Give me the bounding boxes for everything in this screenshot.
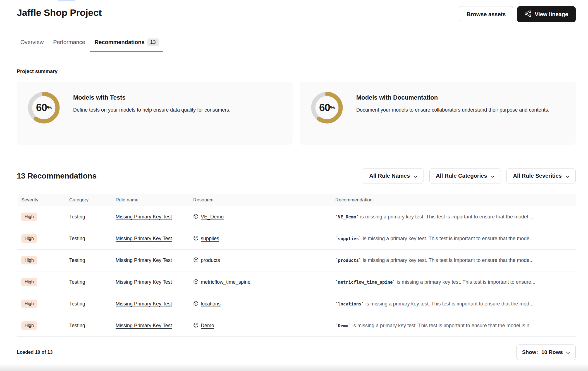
rule-name-cell: Missing Primary Key Test — [111, 323, 189, 329]
recommendation-code: `metricflow_time_spine` — [335, 280, 395, 285]
recommendation-cell: `metricflow_time_spine` is missing a pri… — [331, 279, 576, 285]
recommendations-header: 13 Recommendations All Rule Names All Ru… — [17, 168, 576, 184]
severity-cell: High — [17, 321, 65, 330]
resource-cell: metricflow_time_spine — [189, 279, 331, 285]
filters: All Rule Names All Rule Categories All R… — [363, 168, 576, 184]
recommendation-code: `locations` — [335, 302, 364, 307]
model-cube-icon — [193, 213, 199, 220]
recommendation-code: `products` — [335, 258, 361, 263]
tests-donut-value: 60% — [28, 92, 60, 124]
docs-card-title: Models with Documentation — [356, 94, 549, 101]
resource-link[interactable]: VE_Demo — [201, 214, 224, 220]
severity-cell: High — [17, 213, 65, 221]
filter-rule-severities-label: All Rule Severities — [513, 173, 562, 179]
severity-badge: High — [21, 300, 37, 308]
chevron-down-icon — [491, 173, 494, 179]
recommendation-text: is missing a primary key test. This test… — [361, 257, 534, 263]
filter-rule-categories[interactable]: All Rule Categories — [429, 168, 501, 184]
recommendation-code: `VE_Demo` — [335, 215, 359, 220]
resource-cell: Demo — [189, 322, 331, 329]
models-with-documentation-card: 60% Models with Documentation Document y… — [300, 82, 576, 145]
rule-name-link[interactable]: Missing Primary Key Test — [116, 257, 172, 263]
recommendation-text: is missing a primary key test. This test… — [364, 301, 534, 307]
rule-name-link[interactable]: Missing Primary Key Test — [116, 279, 172, 285]
severity-cell: High — [17, 256, 65, 264]
rule-name-cell: Missing Primary Key Test — [111, 279, 189, 285]
recommendation-cell: `products` is missing a primary key test… — [331, 257, 576, 263]
severity-badge: High — [21, 278, 37, 286]
recommendation-code: `Demo` — [335, 323, 351, 328]
filter-rule-severities[interactable]: All Rule Severities — [506, 168, 576, 184]
rule-name-link[interactable]: Missing Primary Key Test — [116, 236, 172, 241]
tests-card-description: Define tests on your models to help ensu… — [73, 106, 230, 114]
category-cell: Testing — [65, 279, 111, 285]
page-title: Jaffle Shop Project — [17, 7, 102, 18]
table-footer: Loaded 10 of 13 Show: 10 Rows — [17, 344, 576, 360]
filter-rule-names[interactable]: All Rule Names — [363, 168, 424, 184]
table-row: HighTestingMissing Primary Key TestDemo`… — [17, 315, 576, 337]
docs-card-description: Document your models to ensure collabora… — [356, 106, 549, 114]
recommendation-code: `supplies` — [335, 236, 361, 241]
recommendation-cell: `Demo` is missing a primary key test. Th… — [331, 323, 576, 329]
rule-name-cell: Missing Primary Key Test — [111, 214, 189, 220]
tests-percent: 60 — [36, 102, 47, 114]
resource-cell: supplies — [189, 235, 331, 242]
severity-badge: High — [21, 256, 37, 264]
docs-donut-value: 60% — [311, 92, 343, 124]
resource-link[interactable]: metricflow_time_spine — [201, 279, 250, 285]
rule-name-link[interactable]: Missing Primary Key Test — [116, 214, 172, 220]
tests-percent-sign: % — [47, 105, 52, 111]
tab-overview[interactable]: Overview — [17, 36, 48, 52]
tab-recommendations[interactable]: Recommendations 13 — [90, 36, 163, 52]
rule-name-cell: Missing Primary Key Test — [111, 301, 189, 307]
recommendation-cell: `VE_Demo` is missing a primary key test.… — [331, 214, 576, 220]
tests-donut-chart: 60% — [28, 92, 60, 124]
tab-performance[interactable]: Performance — [48, 36, 90, 52]
rule-name-link[interactable]: Missing Primary Key Test — [116, 323, 172, 328]
docs-card-text: Models with Documentation Document your … — [356, 91, 549, 114]
show-rows-value: 10 Rows — [541, 349, 563, 355]
resource-cell: VE_Demo — [189, 213, 331, 220]
loaded-status: Loaded 10 of 13 — [17, 350, 52, 355]
severity-cell: High — [17, 278, 65, 286]
rule-name-cell: Missing Primary Key Test — [111, 257, 189, 263]
model-cube-icon — [193, 279, 199, 285]
resource-link[interactable]: supplies — [201, 236, 219, 242]
col-recommendation: Recommendation — [331, 197, 576, 203]
col-resource: Resource — [189, 197, 331, 203]
docs-percent: 60 — [319, 102, 330, 114]
browse-assets-button[interactable]: Browse assets — [459, 6, 513, 22]
browse-assets-label: Browse assets — [467, 11, 506, 18]
severity-cell: High — [17, 300, 65, 308]
rule-name-link[interactable]: Missing Primary Key Test — [116, 301, 172, 307]
table-row: HighTestingMissing Primary Key Testlocat… — [17, 293, 576, 315]
show-rows-dropdown[interactable]: Show: 10 Rows — [516, 344, 576, 360]
category-cell: Testing — [65, 257, 111, 263]
tab-overview-label: Overview — [20, 39, 44, 45]
recommendation-text: is missing a primary key test. This test… — [359, 214, 534, 220]
bottom-fade — [0, 364, 588, 371]
recommendations-table: Severity Category Rule name Resource Rec… — [17, 194, 576, 337]
docs-percent-sign: % — [330, 105, 335, 111]
tab-performance-label: Performance — [53, 39, 85, 45]
resource-cell: products — [189, 257, 331, 264]
tab-recommendations-label: Recommendations — [95, 39, 145, 45]
recommendation-text: is missing a primary key test. This test… — [351, 323, 534, 328]
recommendation-text: is missing a primary key test. This test… — [395, 279, 536, 285]
recommendation-cell: `locations` is missing a primary key tes… — [331, 301, 576, 307]
filter-rule-names-label: All Rule Names — [369, 173, 410, 179]
table-row: HighTestingMissing Primary Key Testmetri… — [17, 271, 576, 293]
resource-link[interactable]: products — [201, 257, 220, 263]
resource-link[interactable]: locations — [201, 301, 221, 307]
col-category: Category — [65, 197, 111, 203]
view-lineage-button[interactable]: View lineage — [517, 6, 576, 22]
col-rule-name: Rule name — [111, 197, 189, 203]
recommendation-text: is missing a primary key test. This test… — [361, 236, 534, 241]
project-summary-label: Project summary — [17, 69, 576, 74]
rule-name-cell: Missing Primary Key Test — [111, 236, 189, 242]
header: Jaffle Shop Project Browse assets View l… — [17, 0, 576, 22]
view-lineage-label: View lineage — [535, 11, 568, 18]
severity-badge: High — [21, 213, 37, 221]
resource-link[interactable]: Demo — [201, 323, 214, 329]
table-row: HighTestingMissing Primary Key Testsuppl… — [17, 228, 576, 250]
